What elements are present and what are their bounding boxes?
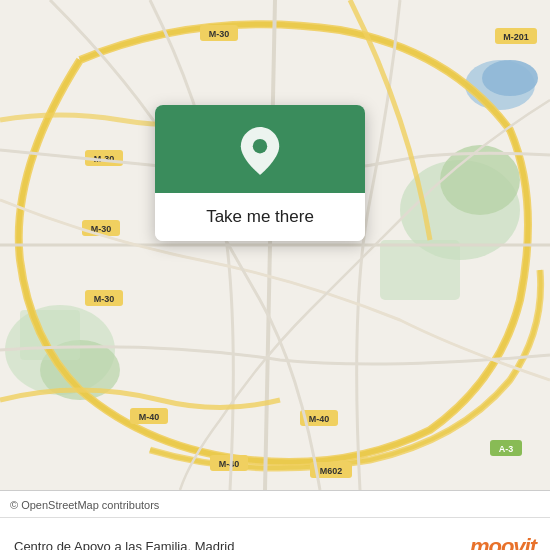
moovit-logo: moovit: [470, 534, 536, 551]
svg-text:M-40: M-40: [139, 412, 160, 422]
svg-text:M-201: M-201: [503, 32, 529, 42]
svg-text:M-40: M-40: [219, 459, 240, 469]
svg-text:M-30: M-30: [94, 294, 115, 304]
bottom-bar: Centro de Apoyo a las Familia, Madrid mo…: [0, 517, 550, 550]
map-svg: M-30 M-30 M-30 M-30 M-40 M-40 M-40 M-201…: [0, 0, 550, 490]
app-container: M-30 M-30 M-30 M-30 M-40 M-40 M-40 M-201…: [0, 0, 550, 550]
location-pin-icon: [236, 127, 284, 175]
svg-text:M-40: M-40: [309, 414, 330, 424]
svg-point-31: [253, 139, 267, 153]
osm-attribution: © OpenStreetMap contributors: [10, 499, 159, 511]
map-container[interactable]: M-30 M-30 M-30 M-30 M-40 M-40 M-40 M-201…: [0, 0, 550, 490]
place-name: Centro de Apoyo a las Familia, Madrid: [14, 539, 234, 550]
moovit-logo-text: moovit: [470, 534, 536, 551]
svg-rect-3: [380, 240, 460, 300]
card-header: [155, 105, 365, 193]
location-card: Take me there: [155, 105, 365, 241]
svg-text:M602: M602: [320, 466, 343, 476]
svg-text:M-30: M-30: [209, 29, 230, 39]
svg-text:A-3: A-3: [499, 444, 514, 454]
take-me-there-button[interactable]: Take me there: [155, 193, 365, 241]
svg-point-5: [482, 60, 538, 96]
